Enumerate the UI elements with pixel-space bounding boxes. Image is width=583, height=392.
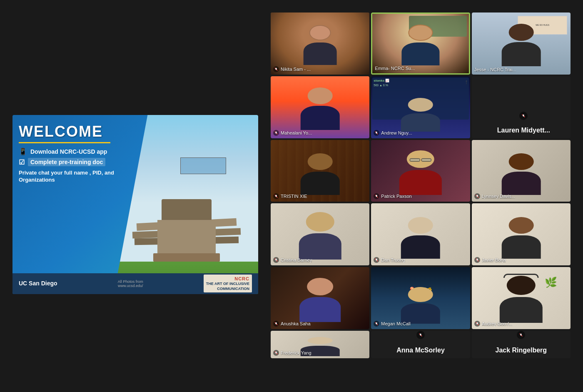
stonks-label: stonks 📈 <box>372 77 468 84</box>
mute-icon-megan <box>374 321 379 327</box>
lynnsey-bg <box>472 140 571 202</box>
andrew-person <box>394 98 448 132</box>
frederick-head <box>308 337 333 345</box>
jack-name-large: Jack Ringelberg <box>491 342 551 358</box>
tile-label-mahealani: Mahealani Yo... <box>273 130 367 136</box>
tile-label-frederick: Frederick Yang <box>273 350 367 356</box>
tile-name-emma: Emma- NCRC Su... <box>375 66 415 71</box>
tile-dan: Dan Truong <box>371 203 470 265</box>
svg-rect-17 <box>376 259 377 261</box>
right-lens <box>421 158 431 162</box>
mic-icon-megan <box>375 322 378 325</box>
stock-numbers: 563 ▲ 0.% <box>372 84 468 87</box>
jesse-head <box>508 24 533 41</box>
svg-rect-29 <box>420 334 421 336</box>
nikita-head <box>309 25 331 40</box>
ucsd-logo: UC San Diego <box>19 280 57 287</box>
anna-name-large: Anna McSorley <box>392 342 449 358</box>
building-top <box>162 199 212 220</box>
anushka-bg <box>271 267 369 329</box>
footer-photos-text: All Photos fromwww.ucsd.edu/ <box>118 280 143 288</box>
mute-icon-anushka <box>273 321 279 327</box>
audrey-head <box>507 276 535 295</box>
slide-content: WELCOME 📱 Download NCRC-UCSD app ☑ Compl… <box>12 115 258 294</box>
svg-rect-1 <box>275 68 277 70</box>
audrey-person <box>491 276 551 324</box>
mic-icon-mah <box>274 131 278 135</box>
phone-icon: 📱 <box>19 147 27 155</box>
megan-person <box>394 287 448 324</box>
cristina-person <box>290 212 349 260</box>
cristina-bg <box>271 203 369 265</box>
cristina-head <box>306 212 334 231</box>
svg-rect-9 <box>275 195 277 197</box>
svg-rect-11 <box>376 195 377 197</box>
mute-icon-dan <box>374 257 379 263</box>
lynnsey-head <box>508 153 533 170</box>
ncrc-logo-box: NCRC THE ART OF INCLUSIVE COMMUNICATION <box>204 275 252 293</box>
slide-text: WELCOME 📱 Download NCRC-UCSD app ☑ Compl… <box>19 123 115 184</box>
svg-rect-19 <box>476 259 478 261</box>
tile-name-audrey: Audrey Goo (... <box>482 321 513 326</box>
svg-rect-3 <box>275 131 277 133</box>
tile-name-javier: Javier Borja <box>482 257 506 262</box>
tile-name-dan: Dan Truong <box>381 257 405 262</box>
svg-rect-23 <box>376 322 377 325</box>
mute-icon-javier <box>474 257 480 263</box>
mute-icon-cristina <box>273 257 279 263</box>
cristina-body <box>299 233 341 260</box>
mic-icon-javier <box>476 258 479 262</box>
tile-name-mahealani: Mahealani Yo... <box>281 130 312 135</box>
lynnsey-person <box>494 153 548 197</box>
mic-icon-lynnsey <box>476 195 479 198</box>
mic-icon-frederick <box>274 351 278 355</box>
tile-inner-tristin: TRISTIN XIE <box>271 140 369 202</box>
mic-icon-anushka <box>274 322 278 325</box>
headphones <box>503 274 538 278</box>
tile-emma: Emma- NCRC Su... <box>371 12 470 75</box>
tile-inner-jesse: WE DO HUGS Jesse - NCRC Trai... <box>472 12 571 75</box>
mic-icon-dan <box>375 258 378 262</box>
svg-rect-25 <box>476 322 478 325</box>
dan-bg <box>371 203 470 265</box>
tile-name-megan: Megan McCall <box>381 321 410 326</box>
mic-icon-tristin <box>274 195 278 198</box>
tile-inner-megan: 🪼 ⭐ 🐠 Meg <box>371 267 470 329</box>
nikita-body <box>303 42 337 65</box>
tile-cristina: Cristina Barney <box>271 203 369 265</box>
mute-icon-audrey <box>474 321 480 327</box>
presentation-panel: WELCOME 📱 Download NCRC-UCSD app ☑ Compl… <box>12 115 258 294</box>
svg-rect-21 <box>275 322 277 325</box>
mahealani-bg <box>271 76 369 138</box>
svg-rect-15 <box>275 259 277 261</box>
tile-name-nikita: Nikita Sam - ... <box>281 67 311 72</box>
tristin-body <box>301 172 340 195</box>
tristin-person <box>293 153 347 197</box>
emma-body <box>401 42 440 66</box>
slide-item-1: 📱 Download NCRC-UCSD app <box>19 147 115 155</box>
svg-rect-27 <box>275 352 277 354</box>
tile-patrick: Patrick Paxson <box>371 140 470 202</box>
tile-jack: Jack Ringelberg <box>472 331 571 358</box>
emma-bg <box>372 14 468 73</box>
patrick-person <box>391 150 450 197</box>
tile-label-dan: Dan Truong <box>374 257 467 263</box>
andrew-head <box>408 98 433 112</box>
checkbox-icon: ☑ <box>19 158 25 166</box>
tile-inner-mahealani: Mahealani Yo... <box>271 76 369 138</box>
nikita-person <box>295 25 345 68</box>
tile-label-cristina: Cristina Barney <box>273 257 367 263</box>
tile-inner-dan: Dan Truong <box>371 203 470 265</box>
mahealani-body <box>301 106 340 130</box>
javier-bg <box>472 203 571 265</box>
tile-inner-emma: Emma- NCRC Su... <box>372 14 468 73</box>
javier-body <box>501 235 541 259</box>
tile-inner-audrey: 🌿 <box>472 267 571 329</box>
tile-anna: Anna McSorley <box>371 331 470 358</box>
andrew-bg: ↑ stonks 📈 563 ▲ 0.% <box>371 76 470 138</box>
javier-head <box>508 217 533 234</box>
tile-label-andrew: Andrew Nguy... <box>374 130 467 136</box>
audrey-bg: 🌿 <box>472 267 571 329</box>
emma-person <box>394 25 447 67</box>
mute-icon-jack <box>517 331 525 339</box>
